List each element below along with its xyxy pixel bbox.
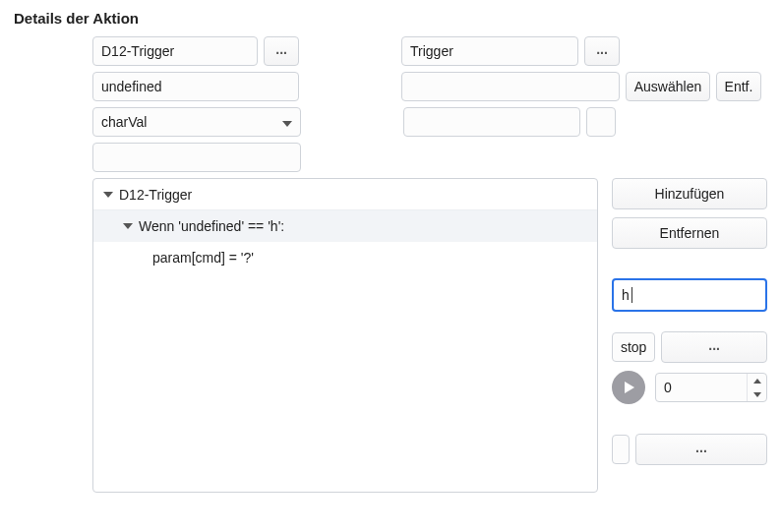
row-charval: charVal: [92, 107, 767, 137]
remove-short-button[interactable]: Entf.: [716, 72, 761, 101]
chevron-up-icon: [753, 379, 761, 384]
variable-target-input[interactable]: [401, 72, 620, 101]
extra-input[interactable]: [92, 143, 301, 172]
remove-short-label: Entf.: [725, 79, 753, 94]
chevron-down-icon: [123, 223, 133, 229]
chevron-down-icon: [103, 192, 113, 198]
action-tree[interactable]: D12-Trigger Wenn 'undefined' == 'h': par…: [92, 178, 598, 493]
ellipsis-icon: ...: [695, 440, 707, 455]
variable-value: undefined: [101, 79, 162, 94]
page-title: Details der Aktion: [14, 10, 767, 27]
charval-small-input[interactable]: [586, 107, 616, 137]
play-icon: [621, 380, 636, 395]
trigger-type-input[interactable]: Trigger: [401, 36, 578, 66]
condition-value-input[interactable]: h: [612, 278, 767, 312]
command-value: stop: [621, 339, 646, 355]
command-input[interactable]: stop: [612, 332, 655, 362]
charval-value: charVal: [101, 114, 147, 130]
bottom-input[interactable]: [612, 435, 630, 464]
variable-input[interactable]: undefined: [92, 72, 299, 101]
spinner-down-button[interactable]: [748, 387, 766, 401]
bottom-more-button[interactable]: ...: [635, 434, 767, 465]
spinner-up-button[interactable]: [748, 374, 766, 387]
play-row: 0: [612, 371, 767, 404]
command-row: stop ...: [612, 331, 767, 363]
trigger-name-input[interactable]: D12-Trigger: [92, 36, 258, 66]
side-panel: Hinzufügen Entfernen h stop ... 0: [612, 178, 767, 493]
row-variable: undefined Auswählen Entf.: [92, 72, 767, 101]
remove-button-label: Entfernen: [660, 225, 720, 241]
charval-mid-input[interactable]: [403, 107, 580, 137]
bottom-row: ...: [612, 434, 767, 465]
select-button[interactable]: Auswählen: [626, 72, 710, 101]
command-more-button[interactable]: ...: [661, 331, 767, 363]
delay-value: 0: [656, 374, 747, 401]
chevron-down-icon: [753, 392, 761, 397]
remove-button[interactable]: Entfernen: [612, 217, 767, 249]
tree-node-assignment-label: param[cmd] = '?': [152, 250, 254, 266]
trigger-name-value: D12-Trigger: [101, 43, 174, 59]
ellipsis-icon: ...: [596, 41, 608, 57]
ellipsis-icon: ...: [275, 41, 287, 57]
select-button-label: Auswählen: [634, 79, 702, 94]
tree-node-root[interactable]: D12-Trigger: [93, 179, 597, 210]
chevron-down-icon: [282, 114, 292, 130]
trigger-type-more-button[interactable]: ...: [584, 36, 620, 66]
row-extra: [92, 143, 767, 172]
text-cursor-icon: [631, 287, 632, 303]
play-button[interactable]: [612, 371, 645, 404]
tree-node-condition-label: Wenn 'undefined' == 'h':: [139, 218, 284, 234]
trigger-name-more-button[interactable]: ...: [264, 36, 299, 66]
add-button-label: Hinzufügen: [655, 186, 725, 202]
charval-select[interactable]: charVal: [92, 107, 301, 137]
add-button[interactable]: Hinzufügen: [612, 178, 767, 209]
tree-node-condition[interactable]: Wenn 'undefined' == 'h':: [93, 210, 597, 242]
tree-node-root-label: D12-Trigger: [119, 187, 192, 203]
row-trigger-name: D12-Trigger ... Trigger ...: [92, 36, 767, 66]
ellipsis-icon: ...: [708, 337, 720, 353]
delay-spinner[interactable]: 0: [655, 373, 767, 402]
trigger-type-value: Trigger: [410, 43, 453, 59]
tree-node-assignment[interactable]: param[cmd] = '?': [93, 242, 597, 273]
condition-value-text: h: [622, 287, 630, 303]
